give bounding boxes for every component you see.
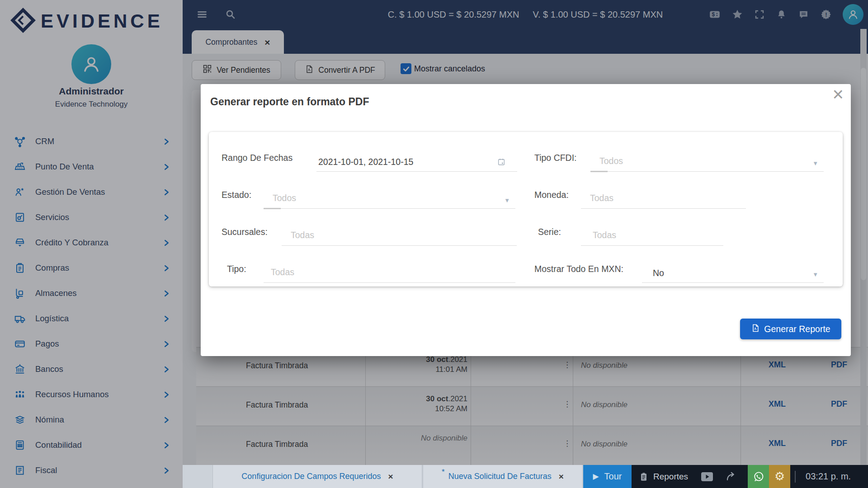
moneda-select[interactable]: Todas	[581, 187, 746, 209]
select-placeholder: Todas	[590, 193, 613, 203]
share-redirect-icon[interactable]	[725, 471, 737, 482]
unsaved-marker: *	[442, 468, 445, 477]
serie-label: Serie:	[538, 227, 561, 237]
caret-down-icon[interactable]: ▼	[812, 160, 818, 167]
gear-icon: ⚙	[774, 469, 785, 483]
whatsapp-button[interactable]	[748, 465, 769, 488]
generar-reporte-button[interactable]: Generar Reporte	[740, 319, 841, 339]
play-icon: ▶	[593, 472, 599, 481]
select-value: No	[653, 268, 664, 278]
tour-button[interactable]: ▶ Tour	[583, 465, 632, 488]
tipo-cfdi-label: Tipo CFDI:	[534, 153, 577, 163]
whatsapp-icon	[752, 470, 765, 483]
sucursales-select[interactable]: Todas	[282, 224, 517, 246]
select-placeholder: Todos	[273, 193, 296, 203]
estado-label: Estado:	[222, 190, 251, 200]
select-placeholder: Todas	[291, 230, 314, 240]
generar-reporte-modal: Generar reporte en formato PDF × Rango D…	[201, 84, 851, 356]
tab-close-icon[interactable]: ×	[388, 472, 393, 482]
reportes-label[interactable]: Reportes	[653, 472, 688, 482]
sucursales-label: Sucursales:	[222, 227, 268, 237]
app-screen: EVIDENCE Administrador Evidence Technolo…	[0, 0, 868, 488]
tipo-select[interactable]: Todas	[264, 261, 515, 283]
date-range-value: 2021-10-01, 2021-10-15	[318, 157, 413, 167]
bottom-tab-configuracion[interactable]: Configuracion De Campos Requeridos ×	[212, 465, 422, 488]
button-label: Generar Reporte	[764, 324, 830, 334]
bottom-bar: Configuracion De Campos Requeridos × * N…	[183, 465, 868, 488]
mostrar-todo-en-mxn-select[interactable]: No ▼	[642, 261, 824, 283]
caret-down-icon[interactable]: ▼	[504, 197, 510, 204]
status-bar: Reportes ⚙ 03:21 p. m.	[632, 465, 868, 488]
rango-de-fechas-label: Rango De Fechas	[222, 153, 292, 163]
select-placeholder: Todas	[271, 267, 294, 277]
pdf-file-icon	[751, 324, 760, 335]
rango-de-fechas-input[interactable]: 2021-10-01, 2021-10-15	[316, 150, 517, 172]
tab-label: Nueva Solicitud De Facturas	[448, 472, 552, 481]
estado-select[interactable]: Todos ▼	[264, 187, 515, 209]
reportes-clipboard-icon[interactable]	[639, 472, 649, 482]
modal-form-card: Rango De Fechas 2021-10-01, 2021-10-15 T…	[209, 132, 843, 286]
tipo-label: Tipo:	[227, 264, 246, 274]
underline-nub	[590, 171, 608, 172]
calendar-icon[interactable]	[497, 158, 505, 168]
caret-down-icon[interactable]: ▼	[812, 271, 818, 278]
mostrar-todo-en-mxn-label: Mostrar Todo En MXN:	[534, 264, 623, 274]
underline-nub	[264, 208, 281, 209]
tour-label: Tour	[604, 471, 622, 482]
tab-close-icon[interactable]: ×	[559, 472, 564, 482]
select-placeholder: Todas	[593, 230, 616, 240]
bottom-tab-nueva-solicitud[interactable]: * Nueva Solicitud De Facturas ×	[423, 465, 583, 488]
settings-gear-button[interactable]: ⚙	[769, 465, 790, 488]
clock-time: 03:21 p. m.	[806, 471, 851, 482]
tipo-cfdi-select[interactable]: Todos ▼	[590, 150, 824, 172]
modal-title: Generar reporte en formato PDF	[210, 96, 369, 108]
moneda-label: Moneda:	[534, 190, 569, 200]
modal-close-icon[interactable]: ×	[832, 85, 844, 104]
select-placeholder: Todos	[599, 156, 623, 166]
video-tutorials-icon[interactable]	[701, 472, 713, 482]
serie-select[interactable]: Todas	[581, 224, 723, 246]
statusbar-divider	[795, 471, 796, 483]
tab-label: Configuracion De Campos Requeridos	[241, 472, 381, 481]
